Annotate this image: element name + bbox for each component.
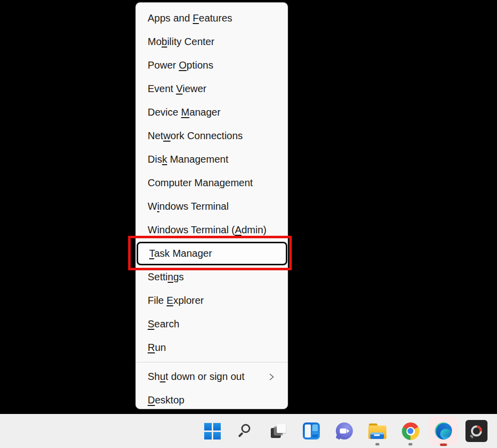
menu-item-label: Network Connections [148, 130, 243, 142]
label-pre: Windows Terminal ( [148, 224, 235, 235]
menu-item-label: Run [148, 342, 166, 353]
label-pre: Setti [148, 271, 168, 282]
menu-item-label: Event Viewer [148, 83, 206, 95]
recorder-app-icon [465, 420, 487, 442]
taskbar-widgets-button[interactable] [295, 414, 328, 448]
menu-item-label: Computer Management [148, 177, 253, 189]
menu-item-run[interactable]: Run [136, 336, 288, 359]
label-accesskey: D [148, 394, 155, 405]
menu-item-label: Mobility Center [148, 36, 214, 48]
search-icon [237, 422, 254, 439]
label-post: ement [225, 177, 253, 188]
label-post: anager [189, 107, 220, 118]
menu-item-shut-down-or-sign-out[interactable]: Shut down or sign out [136, 365, 288, 388]
label-post: ask Manager [154, 248, 212, 259]
menu-item-label: Task Manager [149, 248, 212, 259]
menu-item-power-options[interactable]: Power Options [136, 54, 288, 77]
menu-item-label: Apps and Features [148, 13, 232, 24]
menu-item-apps-and-features[interactable]: Apps and Features [136, 7, 288, 30]
label-accesskey: w [163, 130, 170, 141]
taskbar-task-view-button[interactable] [262, 414, 295, 448]
menu-item-file-explorer[interactable]: File Explorer [136, 289, 288, 312]
widgets-icon [303, 422, 320, 439]
taskbar-recorder-app-button[interactable] [460, 414, 493, 448]
taskbar-chrome-button[interactable] [394, 414, 427, 448]
chat-icon [336, 422, 353, 439]
label-accesskey: V [176, 83, 183, 94]
label-accesskey: T [149, 248, 154, 259]
label-post: xplorer [173, 295, 204, 306]
menu-item-windows-terminal-admin[interactable]: Windows Terminal (Admin) [136, 218, 288, 242]
label-accesskey: k [162, 154, 167, 165]
taskbar-edge-button[interactable] [427, 414, 460, 448]
task-view-icon [270, 422, 287, 439]
taskbar-icons [196, 414, 493, 448]
label-pre: Event [148, 83, 176, 94]
menu-item-label: Device Manager [148, 107, 221, 118]
menu-item-windows-terminal[interactable]: Windows Terminal [136, 195, 288, 218]
label-post: iewer [183, 83, 207, 94]
label-pre: Device [148, 107, 181, 118]
menu-separator [136, 362, 288, 362]
label-post: ndows Terminal [159, 201, 229, 212]
menu-item-label: Settings [148, 271, 184, 283]
label-accesskey: b [162, 36, 167, 47]
label-pre: Mo [148, 36, 162, 47]
label-pre: File [148, 295, 167, 306]
label-pre: Apps and [148, 13, 193, 24]
label-accesskey: n [168, 271, 173, 282]
menu-item-label: Disk Management [148, 154, 228, 165]
edge-highlight [429, 416, 458, 445]
label-pre: Power [148, 60, 179, 71]
menu-item-label: Power Options [148, 60, 213, 71]
label-post: ptions [187, 60, 213, 71]
menu-item-label: Shut down or sign out [148, 371, 244, 382]
menu-item-device-manager[interactable]: Device Manager [136, 101, 288, 124]
label-pre: Dis [148, 154, 162, 165]
menu-item-network-connections[interactable]: Network Connections [136, 124, 288, 148]
edge-icon [434, 421, 453, 440]
label-pre: Computer Mana [148, 177, 219, 188]
taskbar-file-explorer-button[interactable] [361, 414, 394, 448]
menu-item-computer-management[interactable]: Computer Management [136, 171, 288, 195]
windows-logo-icon [204, 423, 221, 439]
taskbar [0, 414, 497, 448]
label-accesskey: g [219, 177, 225, 188]
menu-item-search[interactable]: Search [136, 312, 288, 336]
label-post: Management [167, 154, 228, 165]
menu-item-label: Desktop [148, 394, 184, 406]
label-pre: W [148, 201, 157, 212]
label-accesskey: S [148, 318, 154, 329]
menu-item-disk-management[interactable]: Disk Management [136, 148, 288, 171]
running-indicator [408, 443, 412, 445]
menu-item-settings[interactable]: Settings [136, 265, 288, 289]
running-indicator [375, 443, 379, 445]
label-post: t down or sign out [166, 371, 245, 382]
label-accesskey: u [160, 371, 165, 382]
menu-item-label: Windows Terminal [148, 201, 229, 212]
label-post: earch [154, 318, 179, 329]
chrome-icon [402, 422, 419, 440]
active-indicator [440, 443, 447, 446]
menu-item-task-manager[interactable]: Task Manager [137, 242, 287, 265]
menu-item-desktop[interactable]: Desktop [136, 388, 288, 412]
label-post: eatures [199, 13, 232, 24]
chevron-right-icon [268, 373, 275, 381]
label-post: esktop [155, 394, 184, 405]
label-post: dmin) [241, 224, 266, 235]
label-accesskey: M [181, 107, 190, 118]
taskbar-chat-button[interactable] [328, 414, 361, 448]
menu-item-label: Windows Terminal (Admin) [148, 224, 266, 236]
taskbar-start-button[interactable] [196, 414, 229, 448]
label-accesskey: O [179, 60, 187, 71]
menu-item-label: File Explorer [148, 295, 204, 306]
label-post: ility Center [167, 36, 214, 47]
menu-item-label: Search [148, 318, 179, 330]
menu-item-mobility-center[interactable]: Mobility Center [136, 30, 288, 54]
label-pre: Net [148, 130, 163, 141]
label-pre: Sh [148, 371, 160, 382]
label-accesskey: E [167, 295, 173, 306]
label-post: un [155, 342, 166, 353]
taskbar-search-button[interactable] [229, 414, 262, 448]
menu-item-event-viewer[interactable]: Event Viewer [136, 77, 288, 101]
